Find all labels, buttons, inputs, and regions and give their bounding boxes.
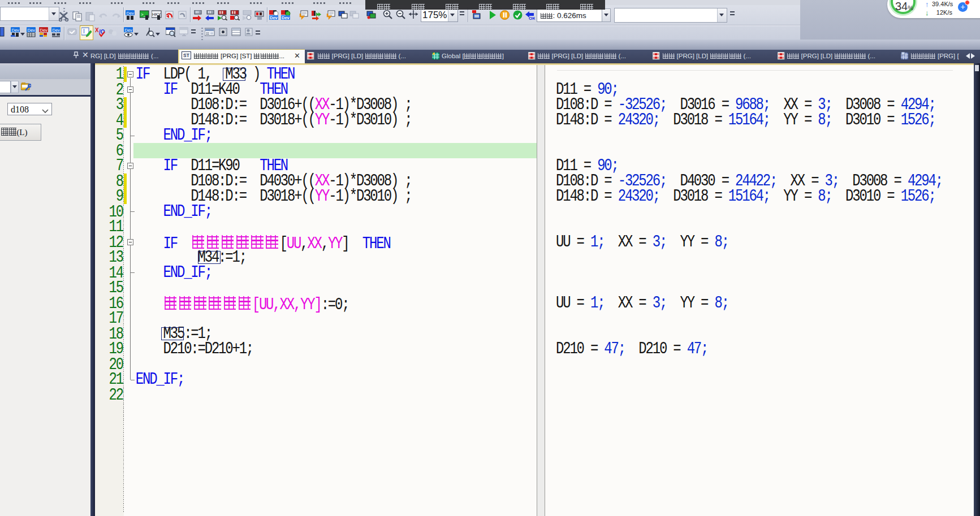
- svg-text:Dev: Dev: [125, 28, 133, 33]
- svg-text:I: I: [83, 28, 85, 34]
- svg-text:Dev: Dev: [270, 15, 278, 20]
- svg-text:Dev: Dev: [53, 28, 61, 33]
- svg-text:Dev: Dev: [127, 11, 135, 16]
- svg-text:Dev: Dev: [40, 28, 48, 33]
- svg-text:OK: OK: [529, 16, 535, 20]
- svg-text:Dev: Dev: [28, 28, 36, 33]
- svg-text:Dev: Dev: [282, 15, 290, 20]
- svg-text:Dev: Dev: [12, 28, 20, 33]
- svg-text:X: X: [95, 27, 99, 33]
